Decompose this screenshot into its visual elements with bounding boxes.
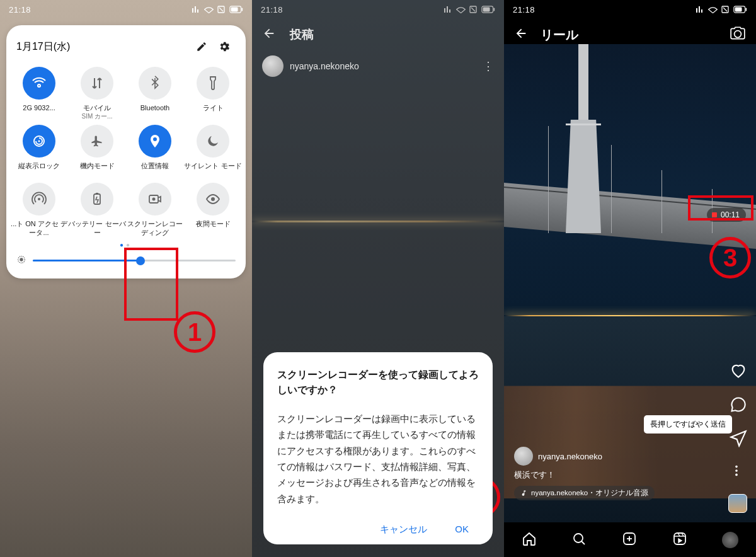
qs-tile-screenrec[interactable]: スクリーンレコーディング [126,183,184,238]
qs-tile-location[interactable]: 位置情報 [126,125,184,179]
flashlight-icon[interactable] [197,67,229,100]
status-time: 21:18 [261,5,283,14]
qs-tile-battery[interactable]: バッテリー セーバー [68,183,126,238]
post-author-row: nyanya.nekoneko ⋮ [252,50,504,82]
annotation-circle-1: 1 [174,311,215,353]
status-bar: 21:18 [504,0,756,19]
airplane-icon[interactable] [81,125,113,158]
svg-point-13 [20,258,23,261]
qs-tile-label: スクリーンレコーディング [126,219,184,238]
qs-tile-label: 機内モード [80,161,115,179]
svg-rect-9 [96,193,98,194]
qs-tile-wifi[interactable]: 2G 9032... [10,67,68,121]
brightness-icon [16,255,26,267]
qs-tile-eye[interactable]: 夜間モード [184,183,242,238]
caption-area: nyanya.nekoneko 横浜です！ nyanya.nekoneko・オリ… [514,447,712,500]
share-tooltip: 長押しですばやく送信 [644,415,732,434]
more-vertical-icon[interactable]: ⋮ [483,59,494,73]
screen-title: 投稿 [290,26,314,43]
qs-tile-data[interactable]: モバイルSIM カー... [68,67,126,121]
avatar[interactable] [262,55,284,77]
caption-text: 横浜です！ [514,469,712,481]
post-header: 投稿 [252,19,504,50]
svg-rect-18 [493,8,495,11]
status-icons [696,6,747,13]
battery-icon[interactable] [81,183,113,215]
qs-tile-label: ライト [203,103,224,121]
dialog-body: スクリーンレコーダーは録画中に表示しているまたは携帯電話にて再生しているすべての… [277,411,479,507]
page-indicator: ●● [10,241,242,248]
rotate-icon[interactable] [23,125,55,158]
back-arrow-icon[interactable] [262,26,276,43]
annotation-circle-3: 3 [709,237,751,278]
qs-tile-bluetooth[interactable]: Bluetooth [126,67,184,121]
qs-tile-label: 縦表示ロック [18,161,60,179]
qs-tile-rotate[interactable]: 縦表示ロック [10,125,68,179]
svg-line-29 [581,541,585,544]
cancel-button[interactable]: キャンセル [380,524,427,536]
moon-icon[interactable] [197,125,229,158]
qs-tile-label: バッテリー セーバー [68,219,126,238]
comment-icon[interactable] [730,396,747,413]
location-icon[interactable] [139,125,171,158]
like-heart-icon[interactable] [730,362,747,379]
share-icon[interactable] [730,430,747,447]
screenrec-icon[interactable] [139,183,171,215]
bottom-nav [504,522,756,557]
qs-tile-flashlight[interactable]: ライト [184,67,242,121]
qs-tile-hotspot[interactable]: ...ト ON アクセ データ... [10,183,68,238]
nav-profile-avatar[interactable] [722,532,738,548]
caption-username[interactable]: nyanya.nekoneko [538,452,602,461]
status-time: 21:18 [513,5,535,14]
annotation-box-3 [688,195,753,221]
svg-point-12 [211,197,215,201]
qs-tile-label: 位置情報 [141,161,169,179]
annotation-box-1 [124,248,178,321]
qs-tile-label: ...ト ON アクセ データ... [10,219,68,238]
svg-point-28 [574,534,583,543]
svg-rect-3 [241,8,243,11]
wifi-icon[interactable] [23,67,55,100]
nav-search-icon[interactable] [571,531,587,549]
qs-date: 1月17日(水) [16,40,190,54]
reels-title: リール [541,26,578,43]
svg-rect-33 [674,533,685,544]
hotspot-icon[interactable] [23,183,55,215]
status-bar: 21:18 [252,0,504,19]
svg-line-16 [471,8,475,11]
svg-point-25 [735,466,738,468]
nav-reels-icon[interactable] [672,531,687,549]
data-icon[interactable] [81,67,113,100]
svg-point-6 [38,141,40,142]
svg-line-21 [723,8,727,11]
svg-rect-4 [231,8,238,12]
svg-rect-24 [735,8,742,12]
ok-button[interactable]: OK [455,524,469,536]
edit-icon[interactable] [190,35,213,58]
status-bar: 21:18 [0,0,252,19]
nav-home-icon[interactable] [522,531,537,549]
eye-icon[interactable] [197,183,229,215]
quick-settings-panel: 1月17日(水) 2G 9032...モバイルSIM カー...Bluetoot… [6,25,246,278]
qs-tile-label: 夜間モード [196,219,231,237]
qs-grid: 2G 9032...モバイルSIM カー...Bluetoothライト縦表示ロッ… [10,67,242,238]
avatar[interactable] [514,447,533,466]
settings-gear-icon[interactable] [213,35,236,58]
bluetooth-icon[interactable] [139,67,171,100]
svg-point-7 [38,198,40,200]
audio-cover-thumb[interactable] [728,494,747,513]
back-arrow-icon[interactable] [514,26,528,43]
username[interactable]: nyanya.nekoneko [290,61,359,71]
svg-point-11 [152,198,156,201]
qs-tile-label: Bluetooth [140,103,169,121]
audio-chip[interactable]: nyanya.nekoneko・オリジナル音源 [514,486,655,500]
qs-tile-airplane[interactable]: 機内モード [68,125,126,179]
dialog-title: スクリーンレコーダーを使って録画してよろしいですか？ [277,367,479,398]
camera-icon[interactable] [730,25,746,44]
more-vertical-icon[interactable] [730,464,747,481]
status-icons [192,6,243,13]
qs-tile-label: モバイルSIM カー... [82,103,113,121]
permission-dialog: スクリーンレコーダーを使って録画してよろしいですか？ スクリーンレコーダーは録画… [263,352,493,544]
nav-add-icon[interactable] [622,531,637,549]
qs-tile-moon[interactable]: サイレント モード [184,125,242,179]
